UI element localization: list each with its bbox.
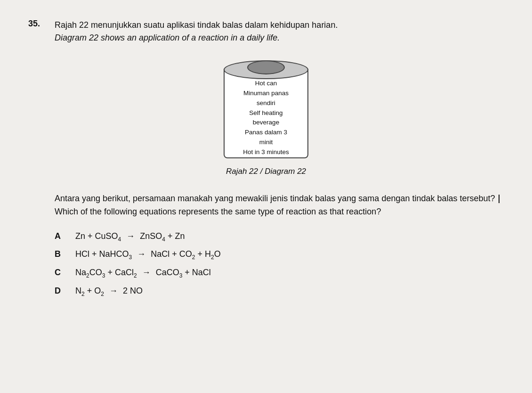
option-d-equation: N2 + O2 → 2 NO [75, 285, 143, 298]
text-cursor [499, 195, 500, 203]
option-b-row: B HCl + NaHCO3 → NaCl + CO2 + H2O [55, 248, 504, 262]
can-illustration: Tin panas Hot can Minuman panas sendiri … [219, 56, 313, 159]
question-body-english: Which of the following equations represe… [55, 205, 504, 219]
can-body: Tin panas Hot can Minuman panas sendiri … [224, 69, 308, 158]
can-label-line6: beverage [253, 119, 279, 126]
question-english-text: Diagram 22 shows an application of a rea… [55, 33, 280, 42]
question-body: Antara yang berikut, persamaan manakah y… [55, 192, 504, 219]
question-number: 35. [28, 19, 47, 44]
question-malay-text: Rajah 22 menunjukkan suatu aplikasi tind… [55, 20, 338, 30]
can-label-line4: sendiri [257, 99, 275, 106]
option-b-label: B [55, 248, 66, 261]
can-label-line5: Self heating [249, 109, 282, 116]
question-body-malay: Antara yang berikut, persamaan manakah y… [55, 192, 504, 205]
options-container: A Zn + CuSO4 → ZnSO4 + Zn B HCl + NaHCO3… [55, 230, 504, 298]
option-c-row: C Na2CO3 + CaCl2 → CaCO3 + NaCl [55, 266, 504, 280]
option-a-row: A Zn + CuSO4 → ZnSO4 + Zn [55, 230, 504, 244]
can-label-line8: minit [259, 139, 273, 146]
question-header: 35. Rajah 22 menunjukkan suatu aplikasi … [28, 19, 504, 44]
option-d-label: D [55, 285, 66, 297]
question-container: 35. Rajah 22 menunjukkan suatu aplikasi … [28, 19, 504, 298]
option-c-label: C [55, 266, 66, 279]
can-label-line2: Hot can [255, 80, 277, 87]
can-label-line3: Minuman panas [243, 90, 289, 97]
can-lid-inner [247, 60, 285, 74]
option-d-row: D N2 + O2 → 2 NO [55, 285, 504, 298]
can-label-line9: Hot in 3 minutes [243, 148, 289, 156]
can-text: Tin panas Hot can Minuman panas sendiri … [241, 67, 291, 159]
diagram-container: Tin panas Hot can Minuman panas sendiri … [28, 56, 504, 188]
option-b-equation: HCl + NaHCO3 → NaCl + CO2 + H2O [75, 248, 221, 262]
question-text: Rajah 22 menunjukkan suatu aplikasi tind… [55, 19, 338, 44]
option-a-label: A [55, 230, 66, 243]
can-label-line7: Panas dalam 3 [245, 129, 287, 136]
option-c-equation: Na2CO3 + CaCl2 → CaCO3 + NaCl [75, 266, 211, 280]
option-a-equation: Zn + CuSO4 → ZnSO4 + Zn [75, 230, 185, 244]
diagram-caption: Rajah 22 / Diagram 22 [226, 167, 306, 176]
